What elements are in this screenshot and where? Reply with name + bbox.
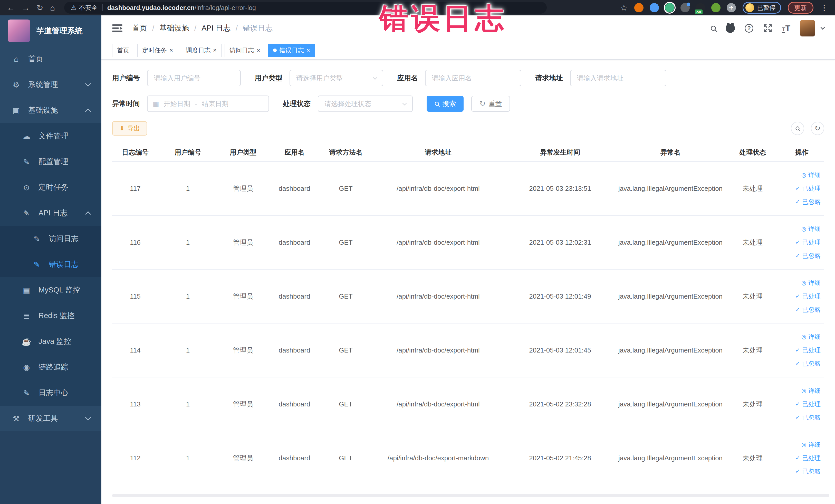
user-type-select[interactable]: 请选择用户类型 xyxy=(289,70,383,86)
help-icon[interactable]: ? xyxy=(745,24,753,33)
browser-menu-kebab-icon[interactable]: ⋮ xyxy=(820,3,828,13)
fullscreen-icon[interactable] xyxy=(763,24,772,33)
date-range-picker[interactable]: ▦ 开始日期 - 结束日期 xyxy=(147,96,269,112)
ext-adblock-icon[interactable] xyxy=(634,3,644,12)
chevron-icon xyxy=(85,81,91,87)
sidebar-item-file[interactable]: ☁ 文件管理 xyxy=(0,123,101,149)
ext-leaf-icon[interactable] xyxy=(711,3,720,12)
browser-update-button[interactable]: 更新 xyxy=(788,2,813,14)
tags-view-tab-调度日志[interactable]: 调度日志 × xyxy=(181,44,222,57)
user-menu-caret-icon[interactable] xyxy=(821,25,825,30)
ext-shield-icon[interactable] xyxy=(650,3,659,12)
browser-forward-icon[interactable]: → xyxy=(22,4,30,12)
action-link-已处理[interactable]: ✓已处理 xyxy=(795,292,821,300)
tags-view-tab-访问日志[interactable]: 访问日志 × xyxy=(225,44,265,57)
reset-button[interactable]: ↻ 重置 xyxy=(471,96,510,112)
tab-close-icon[interactable]: × xyxy=(257,47,260,54)
action-link-已忽略[interactable]: ✓已忽略 xyxy=(795,360,821,368)
sidebar-item-home[interactable]: ⌂ 首页 xyxy=(0,46,101,72)
action-link-详细[interactable]: ◎详细 xyxy=(801,225,821,233)
user-id-input[interactable] xyxy=(147,70,241,86)
tags-view-tab-错误日志[interactable]: 错误日志 × xyxy=(268,44,315,57)
app-name-input[interactable] xyxy=(425,70,521,86)
address-bar[interactable]: ⚠ 不安全 dashboard.yudao.iocoder.cn /infra/… xyxy=(64,2,547,14)
browser-back-icon[interactable]: ← xyxy=(7,4,15,12)
action-link-已忽略[interactable]: ✓已忽略 xyxy=(795,414,821,422)
sidebar-item-system[interactable]: ⚙ 系统管理 xyxy=(0,72,101,98)
action-link-已处理[interactable]: ✓已处理 xyxy=(795,400,821,408)
sidebar-item-error-log[interactable]: ✎ 错误日志 xyxy=(0,251,101,277)
tab-close-icon[interactable]: × xyxy=(213,47,217,54)
sidebar-item-infra[interactable]: ▣ 基础设施 xyxy=(0,98,101,123)
table-cell: 1 xyxy=(158,185,218,193)
navbar-actions: ? TT xyxy=(711,20,824,37)
sidebar-collapse-icon[interactable] xyxy=(112,24,122,33)
process-status-select[interactable]: 请选择处理状态 xyxy=(318,96,413,112)
main-panel: 首页/基础设施/API 日志/错误日志 ? TT 首页 定时任务 xyxy=(101,15,835,504)
sidebar-item-label: Java 监控 xyxy=(39,336,71,347)
action-link-详细[interactable]: ◎详细 xyxy=(801,279,821,287)
sidebar-item-mysql[interactable]: ▤ MySQL 监控 xyxy=(0,277,101,303)
ext-switch-icon[interactable]: on xyxy=(696,3,705,12)
tab-close-icon[interactable]: × xyxy=(169,47,173,54)
tags-view-tab-定时任务[interactable]: 定时任务 × xyxy=(137,44,178,57)
sidebar-item-config[interactable]: ✎ 配置管理 xyxy=(0,149,101,175)
tags-view-tab-首页[interactable]: 首页 xyxy=(112,44,134,57)
sidebar-item-access-log[interactable]: ✎ 访问日志 xyxy=(0,226,101,251)
table-cell: java.lang.IllegalArgumentException xyxy=(615,454,726,462)
sidebar-filler xyxy=(0,431,101,504)
github-icon[interactable] xyxy=(726,24,735,33)
sidebar-item-job[interactable]: ⊙ 定时任务 xyxy=(0,175,101,200)
sidebar-item-devtools[interactable]: ⚒ 研发工具 xyxy=(0,406,101,431)
table-row: 1121管理员dashboardGET/api/infra/db-doc/exp… xyxy=(112,431,824,485)
browser-home-icon[interactable]: ⌂ xyxy=(50,4,55,12)
action-link-详细[interactable]: ◎详细 xyxy=(801,387,821,395)
table-cell: 管理员 xyxy=(218,184,269,193)
action-link-已忽略[interactable]: ✓已忽略 xyxy=(795,467,821,476)
profile-paused-chip[interactable]: 已暂停 xyxy=(742,2,781,14)
font-size-icon[interactable]: TT xyxy=(782,24,790,33)
action-link-已处理[interactable]: ✓已处理 xyxy=(795,346,821,354)
action-link-已处理[interactable]: ✓已处理 xyxy=(795,184,821,193)
browser-reload-icon[interactable]: ↻ xyxy=(37,4,43,12)
bookmark-star-icon[interactable]: ☆ xyxy=(620,3,628,13)
toggle-search-button[interactable] xyxy=(791,122,804,135)
error-log-table: 日志编号用户编号用户类型应用名请求方法名请求地址异常发生时间异常名处理状态操作 … xyxy=(112,143,824,485)
sidebar-item-java[interactable]: ☕ Java 监控 xyxy=(0,329,101,354)
breadcrumb-item[interactable]: 基础设施 xyxy=(159,23,189,33)
user-avatar[interactable] xyxy=(800,20,815,37)
check-icon: ✓ xyxy=(795,240,800,245)
action-link-详细[interactable]: ◎详细 xyxy=(801,333,821,341)
table-body: 1171管理员dashboardGET/api/infra/db-doc/exp… xyxy=(112,162,824,485)
horizontal-scrollbar[interactable] xyxy=(112,494,829,497)
action-link-已处理[interactable]: ✓已处理 xyxy=(795,454,821,462)
browser-chrome: ← → ↻ ⌂ ⚠ 不安全 dashboard.yudao.iocoder.cn… xyxy=(0,0,835,15)
action-link-详细[interactable]: ◎详细 xyxy=(801,441,821,449)
action-link-已处理[interactable]: ✓已处理 xyxy=(795,238,821,246)
refresh-table-button[interactable]: ↻ xyxy=(811,122,824,135)
ext-grid-icon[interactable] xyxy=(680,3,690,12)
request-url-input[interactable] xyxy=(570,70,666,86)
app-logo-row[interactable]: 芋道管理系统 xyxy=(0,15,101,46)
security-label[interactable]: 不安全 xyxy=(79,4,98,12)
table-cell: 2021-05-03 12:01:45 xyxy=(505,346,615,354)
sidebar-item-log-center[interactable]: ✎ 日志中心 xyxy=(0,380,101,406)
tab-close-icon[interactable]: × xyxy=(306,47,310,54)
table-cell: 未处理 xyxy=(726,238,779,247)
search-button[interactable]: 搜索 xyxy=(427,96,464,112)
action-link-详细[interactable]: ◎详细 xyxy=(801,171,821,179)
action-link-已忽略[interactable]: ✓已忽略 xyxy=(795,198,821,206)
extensions-puzzle-icon[interactable]: ✣ xyxy=(727,3,736,12)
sidebar-item-api-log[interactable]: ✎ API 日志 xyxy=(0,200,101,226)
action-link-已忽略[interactable]: ✓已忽略 xyxy=(795,251,821,260)
breadcrumb-item[interactable]: API 日志 xyxy=(202,23,230,33)
table-cell: dashboard xyxy=(269,239,320,246)
table-row: 1171管理员dashboardGET/api/infra/db-doc/exp… xyxy=(112,162,824,216)
breadcrumb-item[interactable]: 首页 xyxy=(132,23,147,33)
export-button[interactable]: ⬇ 导出 xyxy=(112,121,147,136)
ext-vue-icon[interactable] xyxy=(665,3,674,12)
sidebar-item-trace[interactable]: ◉ 链路追踪 xyxy=(0,354,101,380)
header-search-icon[interactable] xyxy=(711,26,716,31)
action-link-已忽略[interactable]: ✓已忽略 xyxy=(795,305,821,314)
sidebar-item-redis[interactable]: ≣ Redis 监控 xyxy=(0,303,101,329)
